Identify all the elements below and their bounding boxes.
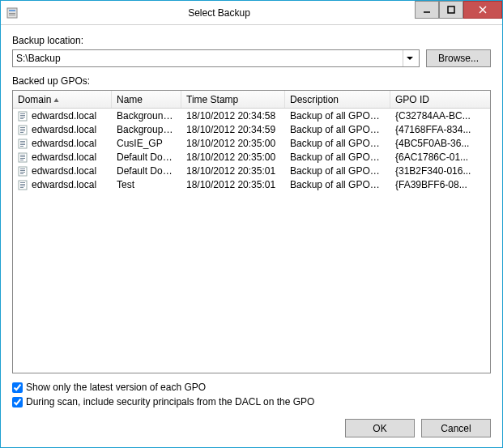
svg-marker-8: [407, 57, 413, 60]
column-header-domain[interactable]: Domain: [13, 91, 112, 108]
cell-timestamp: 18/10/2012 20:35:00: [181, 138, 285, 149]
include-dacl-checkbox[interactable]: [12, 397, 23, 407]
table-row[interactable]: edwardsd.localDefault Doma...18/10/2012 …: [13, 150, 490, 164]
minimize-button[interactable]: [415, 1, 439, 19]
cell-timestamp: 18/10/2012 20:35:00: [181, 151, 285, 163]
browse-button[interactable]: Browse...: [426, 49, 491, 67]
gpo-list: Domain Name Time Stamp Description GPO I…: [12, 90, 491, 373]
cell-name: Backgroups_...: [112, 124, 181, 135]
svg-rect-14: [20, 118, 23, 119]
svg-rect-26: [20, 155, 25, 156]
cancel-button[interactable]: Cancel: [421, 419, 491, 437]
svg-rect-13: [20, 117, 25, 117]
close-button[interactable]: [463, 1, 502, 19]
cell-gpoid: {6AC1786C-01...: [390, 151, 490, 163]
table-row[interactable]: edwardsd.localTest18/10/2012 20:35:01Bac…: [13, 177, 490, 191]
footer-buttons: OK Cancel: [12, 419, 491, 437]
show-latest-label[interactable]: Show only the latest version of each GPO: [26, 382, 206, 393]
list-body[interactable]: edwardsd.localBackground_...18/10/2012 2…: [13, 109, 490, 373]
cell-description: Backup of all GPOS on ...: [285, 151, 390, 163]
maximize-button[interactable]: [439, 1, 463, 19]
dropdown-arrow-icon[interactable]: [403, 50, 416, 66]
svg-rect-32: [20, 170, 25, 171]
svg-rect-5: [448, 6, 454, 13]
dialog-window: Select Backup Backup location: Browse...: [0, 0, 503, 448]
svg-rect-16: [20, 127, 25, 128]
cell-name: Default Doma...: [112, 151, 181, 163]
cell-description: Backup of all GPOS on ...: [285, 124, 390, 135]
svg-rect-20: [19, 139, 27, 148]
gpo-icon: [18, 179, 29, 190]
svg-rect-18: [20, 130, 25, 131]
svg-rect-33: [20, 172, 25, 173]
cell-timestamp: 18/10/2012 20:35:01: [181, 179, 285, 190]
cell-gpoid: {4BC5F0AB-36...: [390, 138, 490, 149]
ok-button[interactable]: OK: [345, 419, 415, 437]
cell-name: CusIE_GP: [112, 138, 181, 149]
cell-domain: edwardsd.local: [32, 179, 96, 190]
svg-marker-9: [54, 98, 59, 102]
cell-description: Backup of all GPOS on ...: [285, 179, 390, 190]
column-header-name[interactable]: Name: [112, 91, 181, 108]
cell-domain: edwardsd.local: [32, 165, 96, 177]
table-row[interactable]: edwardsd.localCusIE_GP18/10/2012 20:35:0…: [13, 136, 490, 150]
cell-domain: edwardsd.local: [32, 151, 96, 163]
titlebar: Select Backup: [1, 1, 502, 25]
window-title: Select Backup: [23, 7, 415, 19]
cell-name: Test: [112, 179, 181, 190]
sort-asc-icon: [53, 94, 59, 105]
table-row[interactable]: edwardsd.localBackground_...18/10/2012 2…: [13, 109, 490, 122]
include-dacl-label[interactable]: During scan, include security principals…: [26, 396, 314, 407]
column-header-gpoid[interactable]: GPO ID: [390, 91, 490, 108]
column-header-description[interactable]: Description: [285, 91, 390, 108]
svg-rect-12: [20, 115, 25, 116]
gpo-icon: [18, 151, 29, 163]
gpo-icon: [18, 165, 29, 177]
svg-rect-31: [20, 169, 25, 169]
backup-location-input[interactable]: [16, 50, 403, 66]
cell-description: Backup of all GPOS on ...: [285, 110, 390, 122]
cell-gpoid: {FA39BFF6-08...: [390, 179, 490, 190]
svg-rect-25: [19, 153, 27, 162]
cell-timestamp: 18/10/2012 20:34:58: [181, 110, 285, 122]
cell-gpoid: {31B2F340-016...: [390, 165, 490, 177]
gpo-icon: [18, 110, 29, 122]
svg-rect-21: [20, 141, 25, 142]
svg-rect-29: [20, 160, 23, 160]
backed-up-gpos-label: Backed up GPOs:: [12, 75, 491, 87]
svg-rect-2: [9, 13, 15, 14]
svg-rect-35: [19, 181, 27, 190]
gpo-icon: [18, 138, 29, 149]
list-header: Domain Name Time Stamp Description GPO I…: [13, 91, 490, 109]
cell-name: Default Doma...: [112, 165, 181, 177]
svg-rect-3: [9, 15, 15, 15]
cell-description: Backup of all GPOS on ...: [285, 138, 390, 149]
svg-rect-15: [19, 126, 27, 134]
cell-description: Backup of all GPOS on ...: [285, 165, 390, 177]
svg-rect-27: [20, 156, 25, 157]
show-latest-checkbox[interactable]: [12, 382, 23, 393]
dialog-content: Backup location: Browse... Backed up GPO…: [1, 25, 502, 447]
svg-rect-1: [9, 10, 15, 11]
svg-rect-22: [20, 143, 25, 143]
svg-rect-11: [20, 113, 25, 114]
svg-rect-36: [20, 182, 25, 183]
app-icon: [6, 6, 19, 19]
column-header-timestamp[interactable]: Time Stamp: [181, 91, 285, 108]
svg-rect-23: [20, 144, 25, 145]
cell-name: Background_...: [112, 110, 181, 122]
window-controls: [415, 1, 502, 24]
cell-gpoid: {C32784AA-BC...: [390, 110, 490, 122]
table-row[interactable]: edwardsd.localDefault Doma...18/10/2012 …: [13, 164, 490, 177]
svg-rect-24: [20, 146, 23, 147]
cell-domain: edwardsd.local: [32, 110, 96, 122]
svg-rect-38: [20, 186, 25, 186]
svg-rect-37: [20, 184, 25, 185]
svg-rect-10: [19, 112, 27, 121]
svg-rect-17: [20, 129, 25, 130]
gpo-icon: [18, 124, 29, 135]
backup-location-label: Backup location:: [12, 35, 491, 46]
table-row[interactable]: edwardsd.localBackgroups_...18/10/2012 2…: [13, 122, 490, 136]
cell-timestamp: 18/10/2012 20:34:59: [181, 124, 285, 135]
backup-location-combo[interactable]: [12, 49, 420, 67]
